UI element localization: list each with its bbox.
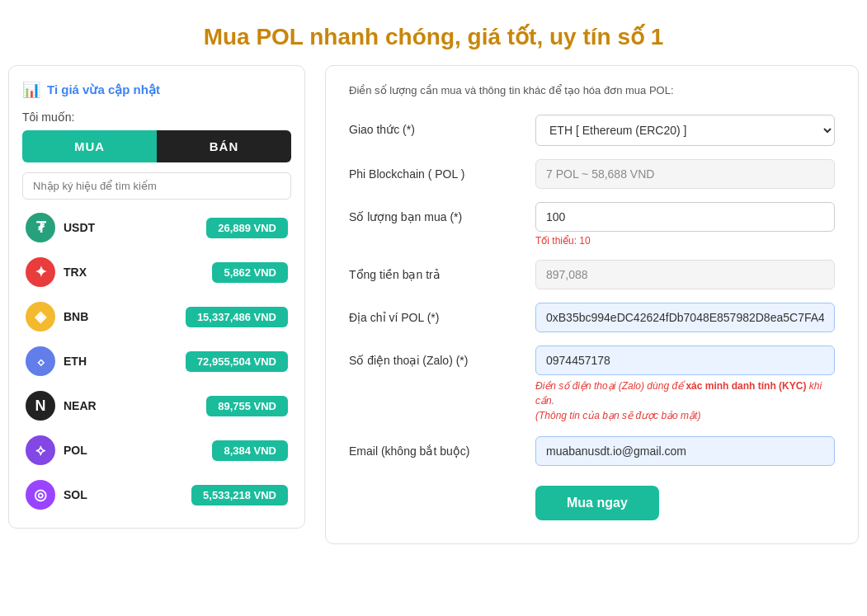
right-panel: Điền số lượng cần mua và thông tin khác … xyxy=(325,65,859,544)
form-row-phi-blockchain: Phi Blockchain ( POL ) xyxy=(349,159,835,189)
hint-italic: (Thông tin của bạn sẽ được bảo mật) xyxy=(535,410,700,421)
dia-chi-input[interactable] xyxy=(535,303,835,332)
crypto-price: 26,889 VND xyxy=(206,218,288,238)
crypto-icon: ◈ xyxy=(26,302,55,332)
giao-thuc-wrap: ETH [ Ethereum (ERC20) ] xyxy=(535,115,835,146)
so-luong-hint: Tối thiểu: 10 xyxy=(535,235,835,247)
email-input[interactable] xyxy=(535,436,835,466)
form-row-email: Email (không bắt buộc) xyxy=(349,436,835,466)
crypto-left: ◈ BNB xyxy=(26,302,88,332)
submit-row: Mua ngay xyxy=(349,479,835,520)
buy-sell-buttons: MUA BÁN xyxy=(22,130,291,162)
crypto-icon: ₮ xyxy=(26,213,55,242)
crypto-symbol: POL xyxy=(64,444,87,457)
crypto-left: ◎ SOL xyxy=(26,480,87,510)
email-wrap xyxy=(535,436,835,466)
crypto-price: 15,337,486 VND xyxy=(186,307,288,327)
sell-button[interactable]: BÁN xyxy=(157,130,291,162)
crypto-symbol: ETH xyxy=(64,355,87,368)
giao-thuc-select[interactable]: ETH [ Ethereum (ERC20) ] xyxy=(535,115,835,146)
giao-thuc-label: Giao thức (*) xyxy=(349,115,522,136)
form-row-so-dt: Số điện thoại (Zalo) (*) Điền số điện th… xyxy=(349,346,835,423)
crypto-symbol: TRX xyxy=(64,266,87,279)
crypto-left: ✦ TRX xyxy=(26,257,87,287)
form-row-so-luong: Số lượng bạn mua (*) Tối thiểu: 10 xyxy=(349,202,835,247)
buy-button[interactable]: MUA xyxy=(22,130,157,162)
so-dt-label: Số điện thoại (Zalo) (*) xyxy=(349,346,522,367)
phi-blockchain-input xyxy=(535,159,835,189)
tong-tien-label: Tổng tiền bạn trả xyxy=(349,260,522,281)
crypto-left: ⬦ ETH xyxy=(26,346,87,376)
list-item[interactable]: ⬦ ETH 72,955,504 VND xyxy=(22,341,291,381)
list-item[interactable]: ✦ TRX 5,862 VND xyxy=(22,252,291,292)
so-luong-input[interactable] xyxy=(535,202,835,232)
crypto-left: ⟡ POL xyxy=(26,435,87,465)
list-item[interactable]: N NEAR 89,755 VND xyxy=(22,386,291,426)
dia-chi-label: Địa chỉ ví POL (*) xyxy=(349,303,522,324)
chart-icon: 📊 xyxy=(22,81,40,99)
crypto-left: ₮ USDT xyxy=(26,213,95,242)
crypto-symbol: BNB xyxy=(64,310,88,323)
so-luong-wrap: Tối thiểu: 10 xyxy=(535,202,835,247)
crypto-price: 89,755 VND xyxy=(206,396,288,416)
phi-blockchain-label: Phi Blockchain ( POL ) xyxy=(349,159,522,181)
crypto-symbol: SOL xyxy=(64,488,87,501)
crypto-symbol: USDT xyxy=(64,221,95,234)
form-description: Điền số lượng cần mua và thông tin khác … xyxy=(349,84,835,96)
crypto-price: 5,533,218 VND xyxy=(191,485,288,505)
toi-muon-label: Tôi muốn: xyxy=(22,111,291,124)
crypto-price: 5,862 VND xyxy=(212,262,288,283)
panel-header-title: Ti giá vừa cập nhật xyxy=(47,82,160,97)
left-panel: 📊 Ti giá vừa cập nhật Tôi muốn: MUA BÁN … xyxy=(8,65,305,529)
list-item[interactable]: ◎ SOL 5,533,218 VND xyxy=(22,475,291,515)
list-item[interactable]: ₮ USDT 26,889 VND xyxy=(22,208,291,247)
crypto-icon: N xyxy=(26,391,55,421)
crypto-symbol: NEAR xyxy=(64,399,97,412)
crypto-price: 8,384 VND xyxy=(212,440,288,461)
form-row-dia-chi: Địa chỉ ví POL (*) xyxy=(349,303,835,332)
form-row-tong-tien: Tổng tiền bạn trả xyxy=(349,260,835,289)
so-dt-hint: Điền số điện thoại (Zalo) dùng để xác mi… xyxy=(535,379,835,423)
crypto-icon: ⟡ xyxy=(26,435,55,465)
crypto-list: ₮ USDT 26,889 VND ✦ TRX 5,862 VND ◈ BNB … xyxy=(22,208,291,515)
crypto-price: 72,955,504 VND xyxy=(186,351,288,372)
crypto-icon: ⬦ xyxy=(26,346,55,376)
form-row-giao-thuc: Giao thức (*) ETH [ Ethereum (ERC20) ] xyxy=(349,115,835,146)
crypto-left: N NEAR xyxy=(26,391,97,421)
crypto-icon: ◎ xyxy=(26,480,55,510)
so-luong-label: Số lượng bạn mua (*) xyxy=(349,202,522,223)
submit-button[interactable]: Mua ngay xyxy=(535,486,659,520)
email-label: Email (không bắt buộc) xyxy=(349,436,522,458)
so-dt-wrap: Điền số điện thoại (Zalo) dùng để xác mi… xyxy=(535,346,835,423)
dia-chi-wrap xyxy=(535,303,835,332)
hint-text-1: Điền số điện thoại (Zalo) dùng để xyxy=(535,380,686,392)
tong-tien-input xyxy=(535,260,835,289)
list-item[interactable]: ⟡ POL 8,384 VND xyxy=(22,430,291,470)
phi-blockchain-wrap xyxy=(535,159,835,189)
list-item[interactable]: ◈ BNB 15,337,486 VND xyxy=(22,297,291,336)
crypto-icon: ✦ xyxy=(26,257,55,287)
hint-bold: xác minh danh tính (KYC) xyxy=(686,380,806,392)
panel-header: 📊 Ti giá vừa cập nhật xyxy=(22,81,291,99)
page-title: Mua POL nhanh chóng, giá tốt, uy tín số … xyxy=(0,0,867,65)
so-dt-input[interactable] xyxy=(535,346,835,375)
tong-tien-wrap xyxy=(535,260,835,289)
search-input[interactable] xyxy=(22,172,291,200)
